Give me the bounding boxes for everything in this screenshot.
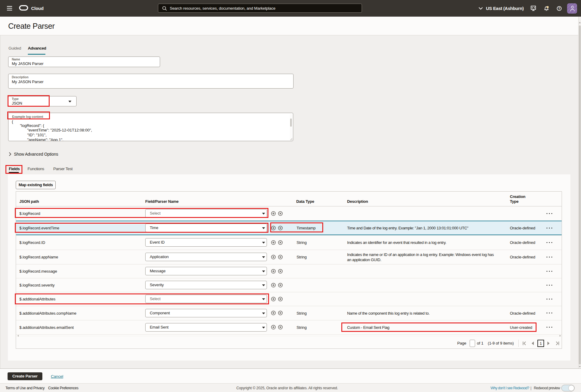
svg-text:?: ? xyxy=(558,7,560,10)
